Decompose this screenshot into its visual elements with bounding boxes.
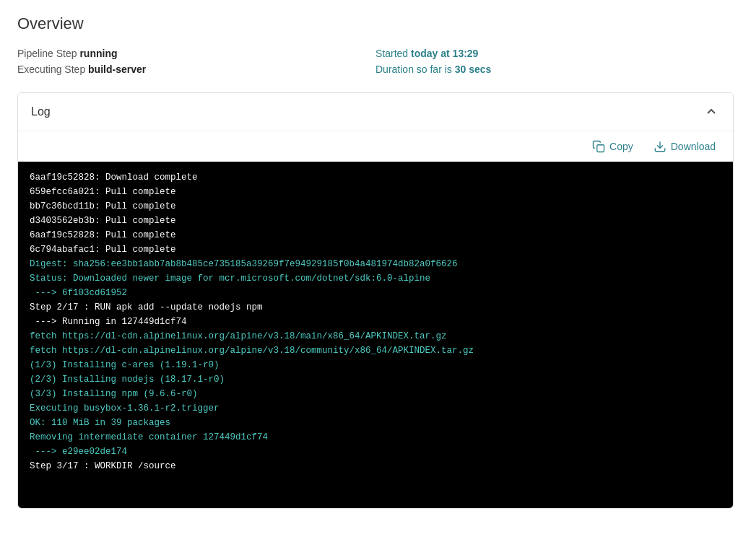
log-line: fetch https://dl-cdn.alpinelinux.org/alp… <box>30 329 721 344</box>
log-line: (1/3) Installing c-ares (1.19.1-r0) <box>30 358 721 372</box>
log-title: Log <box>31 105 51 118</box>
duration-value: 30 secs <box>455 64 492 75</box>
log-line: (2/3) Installing nodejs (18.17.1-r0) <box>30 372 721 387</box>
log-line: 6aaf19c52828: Pull complete <box>30 228 721 242</box>
started-value: today at 13:29 <box>411 48 478 59</box>
started-info: Started today at 13:29 <box>376 48 734 59</box>
log-line: Removing intermediate container 127449d1… <box>30 430 721 445</box>
log-line: ---> Running in 127449d1cf74 <box>30 315 721 329</box>
collapse-log-button[interactable] <box>703 103 720 121</box>
log-line: 6aaf19c52828: Download complete <box>30 170 721 185</box>
log-line: ---> 6f103cd61952 <box>30 286 721 300</box>
log-line: (3/3) Installing npm (9.6.6-r0) <box>30 387 721 401</box>
executing-step: Executing Step build-server <box>17 64 376 75</box>
copy-icon <box>592 140 605 153</box>
log-line: Executing busybox-1.36.1-r2.trigger <box>30 401 721 416</box>
log-actions: Copy Download <box>18 131 733 162</box>
log-terminal[interactable]: 6aaf19c52828: Download complete659efcc6a… <box>18 162 733 508</box>
log-line: OK: 110 MiB in 39 packages <box>30 416 721 430</box>
log-line: fetch https://dl-cdn.alpinelinux.org/alp… <box>30 344 721 358</box>
executing-value: build-server <box>88 64 146 75</box>
log-line: Status: Downloaded newer image for mcr.m… <box>30 271 721 286</box>
log-line: d3403562eb3b: Pull complete <box>30 214 721 228</box>
copy-button[interactable]: Copy <box>586 137 639 156</box>
duration-info: Duration so far is 30 secs <box>376 64 734 75</box>
page-title: Overview <box>17 14 734 33</box>
svg-rect-0 <box>597 145 604 152</box>
log-panel: Log Copy Download 6aaf19c52828: Download… <box>17 92 734 509</box>
log-line: ---> e29ee02de174 <box>30 445 721 459</box>
log-line: 659efcc6a021: Pull complete <box>30 185 721 199</box>
log-line: bb7c36bcd11b: Pull complete <box>30 199 721 214</box>
download-icon <box>654 140 667 153</box>
log-line: Step 3/17 : WORKDIR /source <box>30 459 721 473</box>
log-line: Step 2/17 : RUN apk add --update nodejs … <box>30 300 721 315</box>
log-line: Digest: sha256:ee3bb1abb7ab8b485ce735185… <box>30 257 721 271</box>
log-header: Log <box>18 93 733 131</box>
pipeline-status: Pipeline Step running <box>17 48 376 59</box>
log-line: 6c794abafac1: Pull complete <box>30 242 721 257</box>
pipeline-status-value: running <box>79 48 117 59</box>
download-button[interactable]: Download <box>648 137 721 156</box>
overview-section: Pipeline Step running Started today at 1… <box>17 48 734 75</box>
